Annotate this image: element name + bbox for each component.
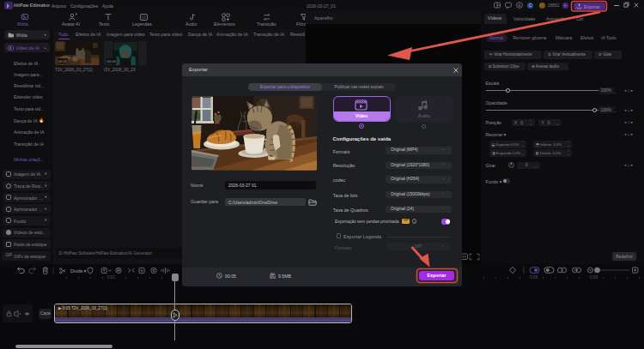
svg-text:0:01: 0:01 [107, 275, 115, 280]
svg-text:0:08: 0:08 [530, 275, 538, 280]
svg-text:0:09: 0:09 [590, 275, 598, 280]
